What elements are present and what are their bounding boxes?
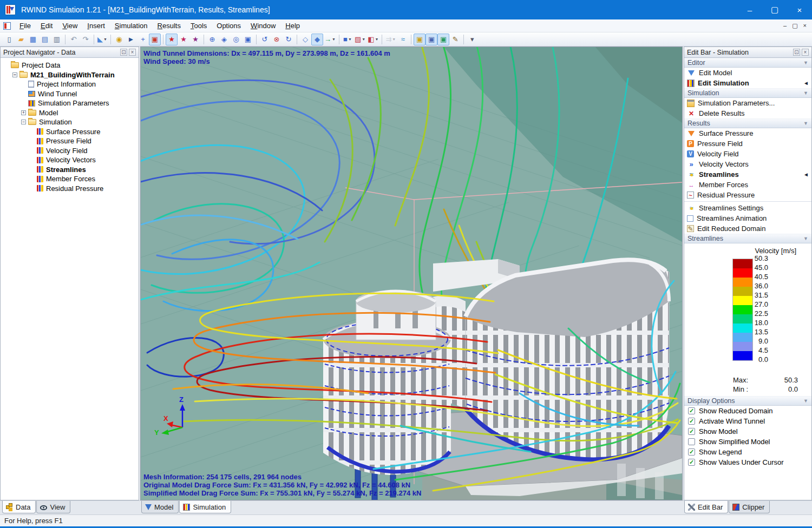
section-hatch-icon[interactable]: ▨▼	[353, 34, 366, 45]
tree-item-velocity-field[interactable]: Velocity Field	[2, 146, 137, 156]
save-icon[interactable]: ▦	[27, 34, 39, 45]
mdi-minimize-button[interactable]: –	[783, 22, 787, 29]
redo-icon[interactable]: ↷	[80, 34, 91, 45]
pin-icon[interactable]: ⊡	[120, 49, 127, 56]
tree-item-velocity-vectors[interactable]: Velocity Vectors	[2, 155, 137, 165]
tab-data[interactable]: Data	[2, 501, 36, 513]
edit-bar-item-simulation-parameters[interactable]: Simulation Parameters...	[684, 98, 811, 108]
tab-simulation[interactable]: Simulation	[179, 501, 231, 513]
fly-view-icon[interactable]: ►	[125, 34, 137, 45]
section-header-streamlines[interactable]: Streamlines▼	[684, 234, 811, 243]
mdi-close-button[interactable]: ×	[803, 22, 807, 29]
edit-bar-item-member-forces[interactable]: ↔Member Forces	[684, 180, 811, 190]
edit-bar-item-residual-pressure[interactable]: ~Residual Pressure	[684, 190, 811, 200]
tree-item-simulation[interactable]: −Simulation	[2, 117, 137, 127]
perspective-view-cube-icon[interactable]: ◆	[311, 34, 323, 45]
tab-model[interactable]: Model	[141, 501, 179, 513]
checkbox-checked[interactable]: ✓	[688, 448, 695, 456]
menu-item-insert[interactable]: Insert	[82, 20, 110, 31]
edit-bar-item-edit-reduced-domain[interactable]: ✎Edit Reduced Domain	[684, 223, 811, 234]
clipper-cube-icon[interactable]: ◧▼	[366, 34, 379, 45]
expander-icon[interactable]: −	[21, 120, 26, 124]
flow-arrow-icon[interactable]: →▼	[323, 34, 337, 45]
edit-reduced-domain-btn-icon[interactable]: ✎	[449, 34, 461, 45]
rotate-left-icon[interactable]: ↺	[259, 34, 271, 45]
section-header-editor[interactable]: Editor▼	[684, 58, 811, 68]
zoom-window-icon[interactable]: ◎	[230, 34, 242, 45]
center-crosshair-icon[interactable]: +	[137, 34, 149, 45]
expander-icon[interactable]: +	[21, 110, 26, 115]
undo-icon[interactable]: ↶	[68, 34, 80, 45]
toolbar-overflow-icon[interactable]: ▾	[466, 34, 478, 45]
tree-item-pressure-field[interactable]: Pressure Field	[2, 136, 137, 146]
edit-model-icon[interactable]: ◣▼	[96, 34, 108, 45]
viewport-3d[interactable]: Wind Tunnel Dimensions: Dx = 497.115 m, …	[140, 47, 683, 500]
tree-item-member-forces[interactable]: Member Forces	[2, 174, 137, 184]
tree-item-surface-pressure[interactable]: Surface Pressure	[2, 127, 137, 137]
tree-item-simulation-parameters[interactable]: Simulation Parameters	[2, 98, 137, 108]
checkbox-checked[interactable]: ✓	[688, 428, 695, 435]
streamlines-toggle-icon[interactable]: ≈	[397, 34, 409, 45]
project-info-icon[interactable]: ▤	[39, 34, 51, 45]
show-model-toggle-icon[interactable]: ▣	[425, 34, 437, 45]
expander-icon[interactable]: −	[12, 72, 17, 77]
open-folder-icon[interactable]: ▰	[15, 34, 27, 45]
pressure-field-result-icon[interactable]: ★	[178, 34, 189, 45]
edit-bar-item-streamlines-settings[interactable]: ≈Streamlines Settings	[684, 203, 811, 213]
menu-item-help[interactable]: Help	[280, 20, 305, 31]
tree-item-wind-tunnel[interactable]: Wind Tunnel	[2, 89, 137, 99]
display-option-show-values-under-cursor[interactable]: ✓Show Values Under Cursor	[684, 457, 811, 467]
edit-bar-item-streamlines[interactable]: ≈Streamlines◄	[684, 169, 811, 180]
close-button[interactable]: ×	[787, 0, 812, 19]
checkbox-unchecked[interactable]	[688, 438, 695, 445]
edit-bar-item-velocity-field[interactable]: VVelocity Field	[684, 149, 811, 159]
menu-item-results[interactable]: Results	[153, 20, 186, 31]
solid-display-icon[interactable]: ■▼	[342, 34, 353, 45]
isometric-view-cube-icon[interactable]: ◇	[299, 34, 311, 45]
rotate-view-icon[interactable]: ↻	[283, 34, 294, 45]
tree-item-project-data[interactable]: Project Data	[2, 61, 137, 70]
tree-item-m21-buildingwithterrain[interactable]: −M21_BuildingWithTerrain	[2, 70, 137, 80]
edit-bar-item-pressure-field[interactable]: PPressure Field	[684, 138, 811, 149]
close-icon[interactable]: ×	[129, 49, 136, 56]
reduced-domain-frame-icon[interactable]: ▣	[149, 34, 161, 45]
edit-bar-item-edit-simulation[interactable]: Edit Simulation◄	[684, 78, 811, 88]
menu-item-view[interactable]: View	[57, 20, 82, 31]
minimize-button[interactable]: –	[737, 0, 762, 19]
display-option-show-legend[interactable]: ✓Show Legend	[684, 447, 811, 457]
menu-item-simulation[interactable]: Simulation	[110, 20, 153, 31]
print-icon[interactable]: ▥	[51, 34, 63, 45]
edit-bar-item-streamlines-animation[interactable]: Streamlines Animation	[684, 213, 811, 223]
pan-icon[interactable]: ◈	[218, 34, 230, 45]
show-domain-toggle-icon[interactable]: ▣	[414, 34, 425, 45]
checkbox-checked[interactable]: ✓	[688, 407, 695, 414]
tree-item-residual-pressure[interactable]: Residual Pressure	[2, 184, 137, 194]
zoom-fit-icon[interactable]: ▣	[242, 34, 254, 45]
display-option-show-reduced-domain[interactable]: ✓Show Reduced Domain	[684, 406, 811, 416]
vector-arrows-icon[interactable]: ⇉▼	[384, 34, 397, 45]
tab-clipper[interactable]: Clipper	[729, 501, 770, 513]
edit-bar-item-velocity-vectors[interactable]: »Velocity Vectors	[684, 159, 811, 169]
tab-edit-bar[interactable]: Edit Bar	[684, 501, 728, 513]
surface-pressure-result-icon[interactable]: ★	[166, 34, 178, 45]
maximize-button[interactable]: ▢	[762, 0, 787, 19]
tree-item-model[interactable]: +Model	[2, 108, 137, 118]
section-header-simulation[interactable]: Simulation▼	[684, 88, 811, 98]
menu-item-file[interactable]: File	[15, 20, 36, 31]
edit-bar-item-surface-pressure[interactable]: Surface Pressure	[684, 128, 811, 138]
tab-view[interactable]: View	[36, 501, 70, 513]
checkbox-checked[interactable]: ✓	[688, 418, 695, 425]
visibility-lamp-icon[interactable]: ◉	[113, 34, 125, 45]
display-option-show-simplified-model[interactable]: Show Simplified Model	[684, 437, 811, 447]
menu-item-options[interactable]: Options	[212, 20, 246, 31]
mdi-document-icon[interactable]	[3, 22, 11, 30]
edit-bar-item-edit-model[interactable]: Edit Model	[684, 68, 811, 78]
menu-item-edit[interactable]: Edit	[36, 20, 57, 31]
checkbox-checked[interactable]: ✓	[688, 459, 695, 466]
display-option-activate-wind-tunnel[interactable]: ✓Activate Wind Tunnel	[684, 416, 811, 426]
tree-item-streamlines[interactable]: Streamlines	[2, 165, 137, 175]
tree-item-project-information[interactable]: Project Information	[2, 80, 137, 89]
pin-icon[interactable]: ⊡	[793, 49, 800, 56]
show-legend-toggle-icon[interactable]: ▣	[437, 34, 449, 45]
close-icon[interactable]: ×	[802, 49, 809, 56]
